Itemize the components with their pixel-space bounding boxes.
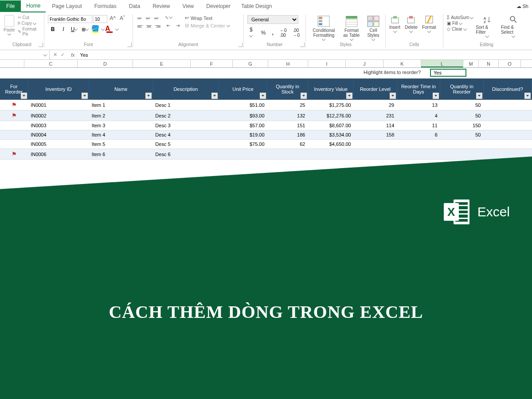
filter-arrow-icon[interactable]	[390, 93, 396, 99]
tab-view[interactable]: View	[176, 0, 200, 12]
decrease-indent-button[interactable]: ⇤	[164, 23, 173, 30]
column-header-H[interactable]: H	[268, 60, 308, 67]
column-header-F[interactable]: F	[191, 60, 233, 67]
header-for-reorder[interactable]: For Reorder	[0, 78, 28, 100]
fx-icon[interactable]: fx	[68, 52, 78, 58]
underline-button[interactable]: U	[69, 25, 79, 34]
format-button[interactable]: Format	[422, 15, 436, 33]
filter-arrow-icon[interactable]	[524, 93, 531, 99]
column-header-E[interactable]: E	[133, 60, 191, 67]
font-size-select[interactable]	[93, 15, 107, 23]
tab-home[interactable]: Home	[21, 0, 46, 12]
conditional-formatting-button[interactable]: Conditional Formatting	[309, 15, 338, 41]
fill-button[interactable]: ▣ Fill	[447, 21, 473, 26]
tab-file[interactable]: File	[0, 0, 21, 12]
group-expand-icon[interactable]	[39, 43, 43, 47]
column-header-M[interactable]: M	[463, 60, 479, 67]
clear-button[interactable]: ◇ Clear	[447, 27, 473, 31]
header-reorder-level[interactable]: Reorder Level	[354, 78, 397, 100]
align-bottom-button[interactable]	[153, 15, 161, 22]
font-increase-button[interactable]: A^	[108, 15, 117, 23]
decrease-decimal-button[interactable]: .00→0	[290, 27, 302, 39]
chevron-down-icon[interactable]	[115, 27, 119, 31]
orientation-button[interactable]: ⤡	[164, 15, 173, 22]
column-header-G[interactable]: G	[233, 60, 268, 67]
filter-arrow-icon[interactable]	[145, 93, 152, 99]
highlight-value-cell[interactable]: Yes	[430, 69, 466, 77]
header-quantity-in-stock[interactable]: Quantity in Stock	[267, 78, 308, 100]
increase-decimal-button[interactable]: ←0.00	[278, 27, 289, 39]
share-button[interactable]: ☁ Sh	[513, 2, 532, 11]
wrap-text-button[interactable]: ↩ Wrap Text	[185, 15, 230, 21]
filter-arrow-icon[interactable]	[301, 93, 307, 99]
column-header-O[interactable]: O	[499, 60, 521, 67]
group-expand-icon[interactable]	[127, 43, 132, 47]
header-unit-price[interactable]: Unit Price	[219, 78, 267, 100]
font-decrease-button[interactable]: Aˇ	[118, 15, 127, 23]
paste-button[interactable]: Paste	[4, 15, 15, 36]
filter-arrow-icon[interactable]	[21, 93, 27, 99]
align-middle-button[interactable]	[145, 15, 153, 22]
align-top-button[interactable]	[137, 15, 145, 22]
header-quantity-in-reorder[interactable]: Quantity in Reorder	[440, 78, 484, 100]
italic-button[interactable]: I	[59, 25, 68, 34]
comma-button[interactable]: ,	[270, 29, 276, 37]
tab-developer[interactable]: Developer	[200, 0, 237, 12]
font-color-button[interactable]: A	[105, 25, 115, 34]
align-right-button[interactable]	[153, 23, 161, 30]
column-header-I[interactable]: I	[308, 60, 346, 67]
worksheet[interactable]: Highlight items to reorder? Yes For Reor…	[0, 68, 532, 160]
header-description[interactable]: Description	[153, 78, 219, 100]
format-as-table-button[interactable]: Format as Table	[341, 15, 362, 41]
table-row[interactable]: IN0003Item 3Desc 3$57.00151$8,607.001141…	[0, 121, 532, 130]
tab-review[interactable]: Review	[146, 0, 176, 12]
header-reorder-time-in-days[interactable]: Reorder Time in Days	[397, 78, 440, 100]
fill-color-button[interactable]: 🪣	[91, 25, 101, 34]
header-inventory-id[interactable]: Inventory ID	[28, 78, 89, 100]
table-row[interactable]: ⚑IN0002Item 2Desc 2$93.00132$12,276.0023…	[0, 110, 532, 121]
group-expand-icon[interactable]	[238, 43, 243, 47]
table-row[interactable]: ⚑IN0001Item 1Desc 1$51.0025$1,275.002913…	[0, 100, 532, 110]
tab-page-layout[interactable]: Page Layout	[46, 0, 88, 12]
cancel-icon[interactable]: ✕	[53, 52, 57, 58]
filter-arrow-icon[interactable]	[346, 93, 352, 99]
header-discontinued?[interactable]: Discontinued?	[483, 78, 532, 100]
column-header-L[interactable]: L	[421, 60, 463, 67]
percent-button[interactable]: %	[259, 29, 268, 37]
filter-arrow-icon[interactable]	[433, 93, 439, 99]
column-header-N[interactable]: N	[479, 60, 499, 67]
cut-button[interactable]: ✂ Cut	[18, 15, 40, 20]
align-center-button[interactable]	[145, 23, 153, 30]
align-left-button[interactable]	[137, 23, 145, 30]
filter-arrow-icon[interactable]	[82, 93, 88, 99]
formula-input[interactable]: Yes	[78, 52, 532, 58]
header-inventory-value[interactable]: Inventory Value	[308, 78, 353, 100]
currency-button[interactable]: $	[247, 26, 257, 40]
merge-center-button[interactable]: ⊟ Merge & Center	[185, 23, 230, 28]
cell-styles-button[interactable]: Cell Styles	[365, 15, 382, 41]
font-name-select[interactable]	[48, 15, 92, 23]
insert-button[interactable]: Insert	[389, 15, 400, 33]
tab-data[interactable]: Data	[123, 0, 146, 12]
tab-formulas[interactable]: Formulas	[88, 0, 123, 12]
delete-button[interactable]: Delete	[405, 15, 418, 33]
borders-button[interactable]: ⊞	[80, 27, 90, 32]
enter-icon[interactable]: ✓	[61, 52, 65, 58]
column-header-C[interactable]: C	[24, 60, 78, 67]
name-box[interactable]	[0, 50, 50, 59]
header-name[interactable]: Name	[89, 78, 153, 100]
sort-filter-button[interactable]: AZ Sort & Filter	[476, 15, 498, 38]
filter-arrow-icon[interactable]	[476, 93, 482, 99]
column-header-blank[interactable]	[0, 60, 24, 67]
tab-table-design[interactable]: Table Design	[237, 0, 276, 12]
format-painter-button[interactable]: ✎ Format Pa	[18, 27, 40, 36]
increase-indent-button[interactable]: ⇥	[173, 23, 182, 30]
column-header-D[interactable]: D	[78, 60, 133, 67]
autosum-button[interactable]: Σ AutoSum	[447, 15, 473, 20]
find-select-button[interactable]: Find & Select	[501, 15, 526, 38]
table-row[interactable]: IN0005Item 5Desc 5$75.0062$4,650.00	[0, 140, 532, 149]
number-format-select[interactable]: General	[247, 15, 298, 24]
column-header-K[interactable]: K	[383, 60, 421, 67]
bold-button[interactable]: B	[48, 25, 58, 34]
table-row[interactable]: IN0004Item 4Desc 4$19.00186$3,534.001586…	[0, 130, 532, 140]
